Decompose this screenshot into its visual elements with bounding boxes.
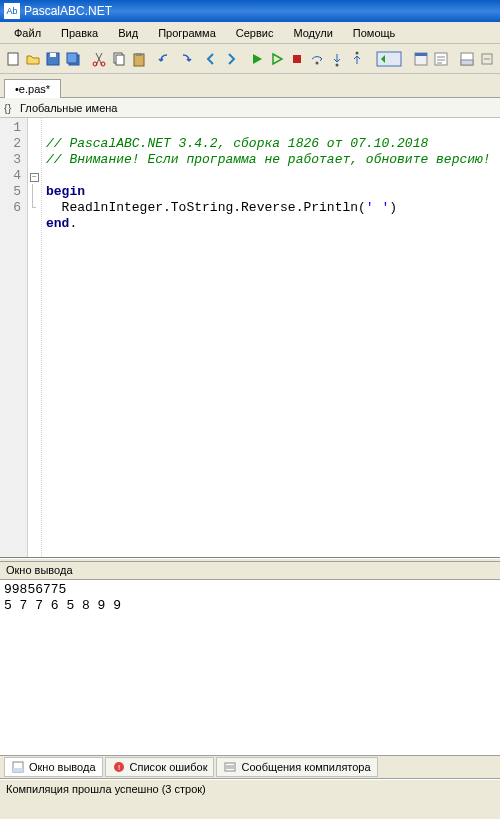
braces-icon: {} bbox=[4, 102, 18, 114]
new-file-button[interactable] bbox=[4, 48, 22, 70]
output-tab-icon bbox=[11, 760, 25, 774]
tab-messages[interactable]: Сообщения компилятора bbox=[216, 757, 377, 777]
svg-rect-2 bbox=[50, 53, 56, 57]
run-no-debug-button[interactable] bbox=[268, 48, 286, 70]
code-keyword: end bbox=[46, 216, 69, 231]
menu-modules[interactable]: Модули bbox=[285, 25, 340, 41]
tab-label: Сообщения компилятора bbox=[241, 761, 370, 773]
line-number: 6 bbox=[0, 200, 21, 216]
namespace-label: Глобальные имена bbox=[20, 102, 118, 114]
line-number: 4 bbox=[0, 168, 21, 184]
save-button[interactable] bbox=[44, 48, 62, 70]
svg-rect-15 bbox=[377, 52, 401, 66]
svg-point-12 bbox=[316, 61, 319, 64]
nav-forward-button[interactable] bbox=[222, 48, 240, 70]
error-tab-icon: ! bbox=[112, 760, 126, 774]
code-text: . bbox=[69, 216, 77, 231]
status-text: Компиляция прошла успешно (3 строк) bbox=[6, 783, 206, 795]
output-line: 99856775 bbox=[4, 582, 66, 597]
line-gutter: 1 2 3 4 5 6 bbox=[0, 118, 28, 557]
code-text: ) bbox=[389, 200, 397, 215]
nav-back-button[interactable] bbox=[202, 48, 220, 70]
statusbar: Компиляция прошла успешно (3 строк) bbox=[0, 779, 500, 799]
cut-button[interactable] bbox=[90, 48, 108, 70]
code-string: ' ' bbox=[366, 200, 389, 215]
svg-text:!: ! bbox=[117, 763, 119, 772]
line-number: 1 bbox=[0, 120, 21, 136]
app-icon: Ab bbox=[4, 3, 20, 19]
step-out-button[interactable] bbox=[348, 48, 366, 70]
svg-rect-4 bbox=[67, 53, 77, 63]
code-line: // PascalABC.NET 3.4.2, сборка 1826 от 0… bbox=[46, 136, 428, 151]
svg-rect-10 bbox=[136, 53, 142, 56]
tab-errors[interactable]: ! Список ошибок bbox=[105, 757, 215, 777]
menubar: Файл Правка Вид Программа Сервис Модули … bbox=[0, 22, 500, 44]
output-panel-title: Окно вывода bbox=[0, 562, 500, 580]
code-keyword: begin bbox=[46, 184, 85, 199]
file-tabbar: •e.pas* bbox=[0, 74, 500, 98]
svg-point-14 bbox=[356, 51, 359, 54]
messages-tab-icon bbox=[223, 760, 237, 774]
undo-button[interactable] bbox=[156, 48, 174, 70]
menu-view[interactable]: Вид bbox=[110, 25, 146, 41]
paste-button[interactable] bbox=[130, 48, 148, 70]
toolbar bbox=[0, 44, 500, 74]
svg-rect-8 bbox=[116, 55, 124, 65]
menu-program[interactable]: Программа bbox=[150, 25, 224, 41]
step-over-button[interactable] bbox=[308, 48, 326, 70]
redo-button[interactable] bbox=[176, 48, 194, 70]
tab-label: Список ошибок bbox=[130, 761, 208, 773]
code-area[interactable]: // PascalABC.NET 3.4.2, сборка 1826 от 0… bbox=[42, 118, 500, 557]
toggle-output-button[interactable] bbox=[458, 48, 476, 70]
step-into-button[interactable] bbox=[328, 48, 346, 70]
svg-rect-20 bbox=[461, 60, 473, 65]
menu-help[interactable]: Помощь bbox=[345, 25, 404, 41]
svg-rect-0 bbox=[8, 53, 18, 65]
svg-point-13 bbox=[336, 63, 339, 66]
app-title: PascalABC.NET bbox=[24, 4, 112, 18]
fold-toggle-icon[interactable]: − bbox=[30, 173, 39, 182]
output-line: 5 7 7 6 5 8 9 9 bbox=[4, 598, 121, 613]
compile-button[interactable] bbox=[374, 48, 404, 70]
menu-service[interactable]: Сервис bbox=[228, 25, 282, 41]
menu-file[interactable]: Файл bbox=[6, 25, 49, 41]
line-number: 2 bbox=[0, 136, 21, 152]
copy-button[interactable] bbox=[110, 48, 128, 70]
bottom-tabbar: Окно вывода ! Список ошибок Сообщения ко… bbox=[0, 755, 500, 779]
svg-rect-17 bbox=[415, 53, 427, 56]
tab-output[interactable]: Окно вывода bbox=[4, 757, 103, 777]
stop-button[interactable] bbox=[288, 48, 306, 70]
output-panel[interactable]: 99856775 5 7 7 6 5 8 9 9 bbox=[0, 580, 500, 755]
svg-rect-27 bbox=[225, 763, 235, 771]
tab-label: Окно вывода bbox=[29, 761, 96, 773]
line-number: 3 bbox=[0, 152, 21, 168]
run-button[interactable] bbox=[248, 48, 266, 70]
code-line: // Внимание! Если программа не работает,… bbox=[46, 152, 491, 167]
titlebar: Ab PascalABC.NET bbox=[0, 0, 500, 22]
file-tab[interactable]: •e.pas* bbox=[4, 79, 61, 98]
line-number: 5 bbox=[0, 184, 21, 200]
save-all-button[interactable] bbox=[64, 48, 82, 70]
svg-rect-24 bbox=[13, 768, 23, 772]
namespace-bar[interactable]: {} Глобальные имена bbox=[0, 98, 500, 118]
form-designer-button[interactable] bbox=[412, 48, 430, 70]
svg-rect-11 bbox=[293, 55, 301, 63]
menu-edit[interactable]: Правка bbox=[53, 25, 106, 41]
open-file-button[interactable] bbox=[24, 48, 42, 70]
collapse-button[interactable] bbox=[478, 48, 496, 70]
code-editor[interactable]: 1 2 3 4 5 6 − // PascalABC.NET 3.4.2, сб… bbox=[0, 118, 500, 558]
form-code-button[interactable] bbox=[432, 48, 450, 70]
code-line: ReadlnInteger.ToString.Reverse.Println( bbox=[46, 200, 366, 215]
fold-column: − bbox=[28, 118, 42, 557]
